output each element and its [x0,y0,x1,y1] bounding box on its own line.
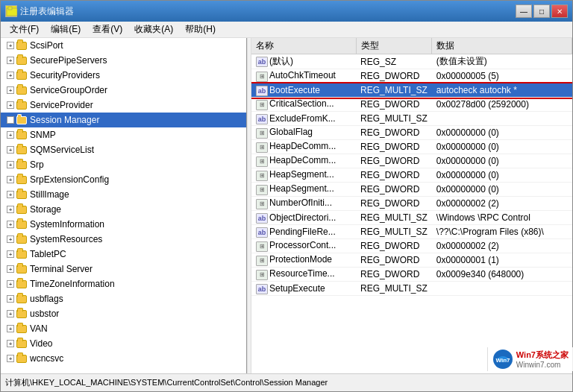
menu-help[interactable]: 帮助(H) [179,22,222,37]
tree-item-systemresources[interactable]: + SystemResources [1,232,246,247]
expand-icon[interactable]: + [7,42,14,49]
expand-icon[interactable]: + [7,57,14,64]
folder-icon [16,99,28,111]
value-name: ⊞HeapDeComm... [251,154,356,168]
menu-edit[interactable]: 编辑(E) [45,22,87,37]
table-row[interactable]: ⊞ProtectionModeREG_DWORD0x00000001 (1) [251,253,572,268]
tree-item-securepipeservers[interactable]: + SecurePipeServers [1,53,246,68]
tree-label: wcncsvc [30,353,63,364]
menu-view[interactable]: 查看(V) [87,22,128,37]
value-type: REG_DWORD [356,183,432,197]
tree-item-van[interactable]: + VAN [1,321,246,336]
values-panel[interactable]: 名称 类型 数据 ab(默认)REG_SZ(数值未设置)⊞AutoChkTime… [251,38,572,373]
expand-icon[interactable]: + [7,116,14,124]
menu-file[interactable]: 文件(F) [4,22,45,37]
tree-item-srp[interactable]: + Srp [1,157,246,172]
maximize-button[interactable]: □ [533,4,550,18]
table-row[interactable]: abBootExecuteREG_MULTI_SZautocheck autoc… [251,83,572,98]
value-data: 0x00278d00 (2592000) [432,98,572,112]
expand-icon[interactable]: + [7,325,14,332]
folder-icon [16,54,28,66]
table-row[interactable]: ⊞HeapDeComm...REG_DWORD0x00000000 (0) [251,154,572,168]
expand-icon[interactable]: + [7,295,14,303]
expand-icon[interactable]: + [7,355,14,362]
expand-icon[interactable]: + [7,101,14,109]
table-row[interactable]: ⊞CriticalSection...REG_DWORD0x00278d00 (… [251,98,572,112]
value-name: abBootExecute [251,83,356,98]
table-row[interactable]: abPendingFileRe...REG_MULTI_SZ\??\C:\Pro… [251,225,572,239]
expand-icon[interactable]: + [7,161,14,168]
folder-icon [16,338,28,350]
tree-item-tabletpc[interactable]: + TabletPC [1,247,246,262]
table-row[interactable]: ⊞AutoChkTimeoutREG_DWORD0x00000005 (5) [251,69,572,83]
value-type: REG_MULTI_SZ [356,83,432,98]
expand-icon[interactable]: + [7,206,14,213]
expand-icon[interactable]: + [7,86,14,94]
table-row[interactable]: abExcludeFromK...REG_MULTI_SZ [251,112,572,126]
table-row[interactable]: abSetupExecuteREG_MULTI_SZ [251,282,572,296]
expand-icon[interactable]: + [7,191,14,198]
tree-label: usbstor [30,309,59,319]
tree-label: SystemInformation [30,219,104,230]
tree-item-servicegrouporder[interactable]: + ServiceGroupOrder [1,83,246,98]
tree-label: ServiceProvider [30,100,93,110]
tree-item-wcncsvc[interactable]: + wcncsvc [1,351,246,366]
table-row[interactable]: ⊞ResourceTime...REG_DWORD0x0009e340 (648… [251,268,572,282]
value-data: autocheck autochk * [432,83,572,98]
value-data: 0x00000005 (5) [432,69,572,83]
value-data: 0x00000000 (0) [432,183,572,197]
tree-item-terminal-server[interactable]: + Terminal Server [1,262,246,276]
expand-icon[interactable]: + [7,235,14,243]
tree-item-srpextensionconfig[interactable]: + SrpExtensionConfig [1,172,246,187]
expand-icon[interactable]: + [7,176,14,183]
expand-icon[interactable]: + [7,340,14,347]
tree-item-scsiport[interactable]: + ScsiPort [1,38,246,53]
table-row[interactable]: ⊞HeapSegment...REG_DWORD0x00000000 (0) [251,183,572,197]
tree-panel[interactable]: + ScsiPort + SecurePipeServers + Securit… [1,38,247,373]
expand-icon[interactable]: + [7,146,14,154]
tree-item-securityproviders[interactable]: + SecurityProviders [1,68,246,83]
tree-label: usbflags [30,294,63,304]
folder-icon [16,353,28,364]
table-row[interactable]: ab(默认)REG_SZ(数值未设置) [251,54,572,69]
tree-item-usbstor[interactable]: + usbstor [1,306,246,321]
value-data: \??\C:\Program Files (x86)\ [432,225,572,239]
tree-item-usbflags[interactable]: + usbflags [1,291,246,306]
window-icon [5,5,17,17]
tree-label: SecurePipeServers [30,55,107,66]
tree-item-sqmservicelist[interactable]: + SQMServiceList [1,142,246,157]
tree-label: SecurityProviders [30,70,100,80]
tree-item-stillimage[interactable]: + StillImage [1,187,246,202]
expand-icon[interactable]: + [7,221,14,228]
table-row[interactable]: ⊞HeapSegment...REG_DWORD0x00000000 (0) [251,168,572,183]
window-controls: — □ ✕ [516,4,568,18]
tree-item-snmp[interactable]: + SNMP [1,127,246,142]
tree-item-timezoneinformation[interactable]: + TimeZoneInformation [1,276,246,291]
expand-icon[interactable]: + [7,131,14,139]
expand-icon[interactable]: + [7,265,14,273]
tree-label: VAN [30,323,48,334]
table-row[interactable]: ⊞ProcessorCont...REG_DWORD0x00000002 (2) [251,239,572,253]
table-row[interactable]: abObjectDirectori...REG_MULTI_SZ\Windows… [251,211,572,225]
menu-favorites[interactable]: 收藏夹(A) [128,22,179,37]
value-type: REG_DWORD [356,69,432,83]
tree-item-systeminformation[interactable]: + SystemInformation [1,217,246,232]
table-row[interactable]: ⊞HeapDeComm...REG_DWORD0x00000000 (0) [251,140,572,154]
expand-icon[interactable]: + [7,72,14,79]
table-row[interactable]: ⊞NumberOfIniti...REG_DWORD0x00000002 (2) [251,197,572,211]
table-row[interactable]: ⊞GlobalFlagREG_DWORD0x00000000 (0) [251,126,572,140]
value-type: REG_MULTI_SZ [356,225,432,239]
close-button[interactable]: ✕ [551,4,568,18]
tree-item-serviceprovider[interactable]: + ServiceProvider [1,98,246,113]
value-type: REG_MULTI_SZ [356,112,432,126]
tree-item-video[interactable]: + Video [1,336,246,351]
tree-item-storage[interactable]: + Storage [1,202,246,217]
value-name: ⊞HeapSegment... [251,168,356,183]
expand-icon[interactable]: + [7,310,14,317]
svg-rect-1 [8,7,12,10]
minimize-button[interactable]: — [516,4,532,18]
value-name: ⊞HeapDeComm... [251,140,356,154]
expand-icon[interactable]: + [7,280,14,288]
expand-icon[interactable]: + [7,250,14,258]
tree-item-session-manager[interactable]: + Session Manager [1,113,246,127]
